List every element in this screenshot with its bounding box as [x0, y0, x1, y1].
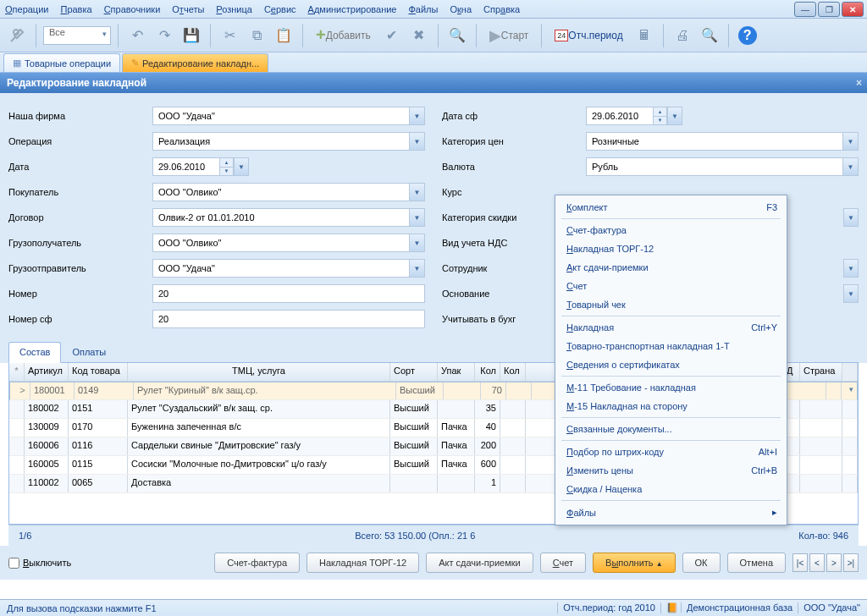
menu-item[interactable]: Администрирование	[308, 4, 397, 14]
period-button[interactable]: 24Отч.период	[549, 24, 628, 47]
menu-item[interactable]: Счет-фактура	[558, 221, 784, 239]
menu-item[interactable]: Окна	[450, 4, 472, 14]
col-sort[interactable]: Сорт	[390, 363, 438, 381]
col-pack[interactable]: Упак	[438, 363, 475, 381]
menu-item[interactable]: Подбор по штрих-кодуAlt+I	[558, 443, 784, 461]
help-icon[interactable]: ?	[736, 24, 759, 47]
col-code[interactable]: Код товара	[69, 363, 128, 381]
menu-item[interactable]: Отчеты	[172, 4, 204, 14]
nav-first[interactable]: |<	[792, 553, 808, 572]
pricecat-select[interactable]: Розничные▼	[586, 132, 859, 151]
operation-select[interactable]: Реализация▼	[152, 132, 425, 151]
col-marker[interactable]: *	[9, 363, 25, 381]
menu-item[interactable]: Товарный чек	[558, 295, 784, 314]
calculator-icon[interactable]: 🖩	[632, 24, 656, 47]
consignor-select[interactable]: ООО "Удача"▼	[152, 259, 425, 278]
status-period: Отч.период: год 2010	[557, 602, 655, 613]
document-tabs: ▦Товарные операции ✎Редактирование накла…	[0, 52, 867, 73]
col-qty2[interactable]: Кол	[500, 363, 526, 381]
col-article[interactable]: Артикул	[25, 363, 69, 381]
maximize-button[interactable]: ❐	[818, 2, 840, 17]
tab-edit-invoice[interactable]: ✎Редактирование накладн...	[122, 53, 268, 72]
tab-payments[interactable]: Оплаты	[61, 342, 117, 362]
buyer-select[interactable]: ООО "Олвико"▼	[152, 183, 425, 201]
label-contract: Договор	[8, 212, 152, 223]
tab-goods-operations[interactable]: ▦Товарные операции	[3, 53, 120, 72]
bill-button[interactable]: Счет	[540, 553, 586, 573]
date-input[interactable]: 29.06.2010	[152, 157, 220, 176]
torg12-button[interactable]: Накладная ТОРГ-12	[306, 553, 419, 573]
undo-icon[interactable]: ↶	[125, 24, 149, 47]
close-icon[interactable]: ×	[856, 77, 862, 89]
col-name[interactable]: ТМЦ, услуга	[128, 363, 390, 381]
date-dropdown[interactable]: ▼	[234, 157, 249, 176]
nav-next[interactable]: >	[826, 553, 842, 572]
save-icon[interactable]: 💾	[179, 24, 203, 47]
menu-item[interactable]: М-11 Требование - накладная	[558, 378, 784, 397]
copy-icon[interactable]: ⧉	[245, 24, 268, 47]
menu-item[interactable]: Справка	[483, 4, 520, 14]
search-icon[interactable]: 🔍	[445, 24, 469, 47]
window-title: Редактирование накладной ×	[0, 73, 867, 93]
employee-dropdown[interactable]: ▼	[843, 259, 859, 278]
execute-button[interactable]: Выполнить ▲	[593, 553, 675, 573]
cancel-button[interactable]: Отмена	[727, 553, 786, 573]
tools-icon[interactable]	[5, 24, 29, 47]
nav-last[interactable]: >|	[843, 553, 859, 572]
firm-select[interactable]: ООО "Удача"▼	[152, 107, 425, 125]
menu-item[interactable]: Файлы▸	[558, 503, 784, 522]
nav-prev[interactable]: <	[809, 553, 825, 572]
total-indicator: Всего: 53 150.00 (Опл.: 21 6	[355, 531, 475, 541]
date-spinner[interactable]: ▲▼	[220, 157, 234, 176]
paste-icon[interactable]: 📋	[272, 24, 295, 47]
redo-icon[interactable]: ↷	[152, 24, 176, 47]
delete-icon[interactable]: ✖	[407, 24, 431, 47]
contract-select[interactable]: Олвик-2 от 01.01.2010▼	[152, 208, 425, 227]
menu-item[interactable]: НакладнаяCtrl+Y	[558, 318, 784, 337]
minimize-button[interactable]: —	[794, 2, 816, 17]
menu-item[interactable]: Акт сдачи-приемки	[558, 258, 784, 277]
cut-icon[interactable]: ✂	[218, 24, 241, 47]
status-bar: Для вызова подсказки нажмите F1 Отч.пери…	[0, 599, 867, 616]
menu-item[interactable]: Розница	[216, 4, 252, 14]
date-sf-input[interactable]: 29.06.2010	[586, 107, 654, 125]
menu-item[interactable]: Товарно-транспортная накладная 1-Т	[558, 337, 784, 355]
print-icon[interactable]: 🖨	[671, 24, 694, 47]
col-country[interactable]: Страна	[800, 363, 842, 381]
menu-item[interactable]: Правка	[60, 4, 91, 14]
disccat-dropdown[interactable]: ▼	[843, 208, 859, 227]
number-input[interactable]: 20	[152, 284, 425, 303]
grid-footer: 1/6 Всего: 53 150.00 (Опл.: 21 6 Кол-во:…	[8, 525, 859, 546]
number-sf-input[interactable]: 20	[152, 310, 425, 328]
act-button[interactable]: Акт сдачи-приемки	[426, 553, 533, 573]
menu-item[interactable]: КомплектF3	[558, 198, 784, 217]
menu-item[interactable]: Накладная ТОРГ-12	[558, 239, 784, 258]
menu-item[interactable]: Связанные документы...	[558, 420, 784, 438]
currency-select[interactable]: Рубль▼	[586, 157, 859, 176]
menu-item[interactable]: Справочники	[104, 4, 161, 14]
menu-item[interactable]: Сведения о сертификатах	[558, 355, 784, 374]
invoice-button[interactable]: Счет-фактура	[214, 553, 300, 573]
disable-checkbox[interactable]: Выключить	[8, 558, 71, 569]
check-icon[interactable]: ✔	[380, 24, 404, 47]
basis-dropdown[interactable]: ▼	[843, 284, 859, 303]
menu-item[interactable]: Файлы	[408, 4, 438, 14]
date-sf-dropdown[interactable]: ▼	[667, 107, 682, 125]
menu-item[interactable]: Скидка / Наценка	[558, 480, 784, 498]
consignee-select[interactable]: ООО "Олвико"▼	[152, 234, 425, 252]
ok-button[interactable]: ОК	[682, 553, 721, 573]
menu-item[interactable]: Счет	[558, 277, 784, 295]
label-pricecat: Категория цен	[442, 136, 586, 146]
menu-item[interactable]: Сервис	[264, 4, 296, 14]
start-button[interactable]: ▶Старт	[483, 24, 535, 47]
add-button[interactable]: +Добавить	[310, 24, 377, 47]
date-sf-spinner[interactable]: ▲▼	[654, 107, 667, 125]
preview-icon[interactable]: 🔍	[698, 24, 721, 47]
col-qty[interactable]: Кол	[475, 363, 500, 381]
menu-item[interactable]: Изменить ценыCtrl+B	[558, 461, 784, 480]
menu-item[interactable]: Операции	[5, 4, 48, 14]
tab-content[interactable]: Состав	[8, 342, 61, 363]
close-button[interactable]: ✕	[842, 2, 864, 17]
menu-item[interactable]: М-15 Накладная на сторону	[558, 397, 784, 415]
filter-select[interactable]: Все	[43, 26, 111, 45]
